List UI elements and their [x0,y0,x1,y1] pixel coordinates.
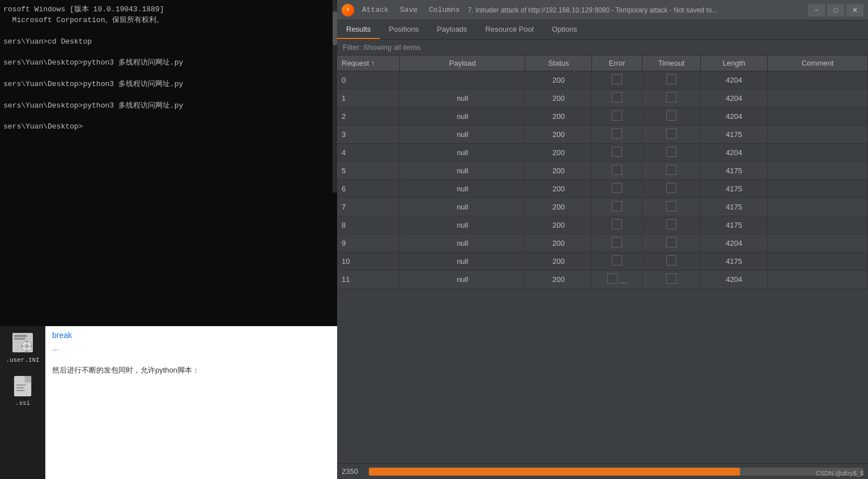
filter-text: Filter: Showing all items [343,43,420,52]
table-row[interactable]: 10null2004175 [337,253,868,271]
table-row[interactable]: 5null2004175 [337,162,868,180]
results-table[interactable]: Request ↑ Payload Status Error Timeout [337,55,868,463]
cell-error[interactable] [592,198,642,216]
terminal-line: Microsoft Corporation。保留所有权利。 [3,15,334,26]
error-checkbox[interactable] [607,273,618,284]
cell-error[interactable] [592,180,642,198]
tab-options[interactable]: Options [543,20,586,39]
attack-menu-button[interactable]: Attack [359,5,392,15]
timeout-checkbox[interactable] [666,92,676,102]
svg-rect-6 [26,349,27,352]
tab-resource-pool[interactable]: Resource Pool [476,20,543,39]
terminal-scrollbar[interactable] [333,0,337,193]
cell-timeout[interactable] [642,216,700,234]
tab-payloads[interactable]: Payloads [428,20,476,39]
cell-error[interactable] [592,126,642,144]
error-checkbox[interactable] [612,165,622,175]
filter-bar[interactable]: Filter: Showing all items [337,40,868,55]
tab-positions[interactable]: Positions [380,20,428,39]
cell-timeout[interactable] [642,253,700,271]
cell-timeout[interactable] [642,144,700,162]
table-body: 020042041null20042042null20042043null200… [337,71,868,289]
cell-error[interactable] [592,108,642,126]
error-checkbox[interactable] [612,129,622,139]
minimize-button[interactable]: − [808,4,825,16]
cell-comment [767,253,867,271]
cell-timeout[interactable] [642,126,700,144]
cell-error[interactable] [592,89,642,108]
table-row[interactable]: 3null2004175 [337,126,868,144]
error-checkbox[interactable] [612,237,622,247]
error-checkbox[interactable] [612,255,622,266]
desktop-icon-ssi[interactable]: .ssi [11,375,34,407]
timeout-checkbox[interactable] [666,129,676,139]
terminal-scrollbar-thumb[interactable] [333,11,337,45]
timeout-checkbox[interactable] [666,165,676,175]
error-checkbox[interactable] [612,147,622,157]
table-row[interactable]: 8null2004175 [337,216,868,234]
terminal-line: sers\Yuan>cd Desktop [3,37,334,48]
table-row[interactable]: 6null2004175 [337,180,868,198]
error-checkbox[interactable] [612,219,622,229]
col-header-length[interactable]: Length [701,55,768,71]
timeout-checkbox[interactable] [666,110,676,121]
col-header-payload[interactable]: Payload [400,55,525,71]
cell-timeout[interactable] [642,108,700,126]
table-row[interactable]: 9null2004204 [337,234,868,253]
cell-payload: null [400,144,525,162]
more-options-dots[interactable]: ... [620,276,627,285]
timeout-checkbox[interactable] [666,201,676,211]
cell-length: 4204 [701,234,768,253]
timeout-checkbox[interactable] [666,237,676,247]
cell-error[interactable] [592,144,642,162]
table-row[interactable]: 1null2004204 [337,89,868,108]
col-header-error[interactable]: Error [592,55,642,71]
cell-error[interactable] [592,216,642,234]
timeout-checkbox[interactable] [666,147,676,157]
col-header-comment[interactable]: Comment [767,55,867,71]
tab-results[interactable]: Results [337,20,380,39]
cell-comment [767,198,867,216]
error-checkbox[interactable] [612,201,622,211]
col-header-status[interactable]: Status [525,55,592,71]
cell-error[interactable]: ... [592,271,642,289]
svg-rect-14 [16,390,25,391]
cell-timeout[interactable] [642,198,700,216]
col-header-timeout[interactable]: Timeout [642,55,700,71]
columns-menu-button[interactable]: Columns [426,5,463,15]
cell-timeout[interactable] [642,234,700,253]
col-header-request[interactable]: Request ↑ [337,55,400,71]
timeout-checkbox[interactable] [666,273,676,284]
table-row[interactable]: 2null2004204 [337,108,868,126]
desktop-icon-user-ini[interactable]: .user.INI [6,332,39,363]
timeout-checkbox[interactable] [666,255,676,266]
maximize-button[interactable]: □ [827,4,844,16]
table-row[interactable]: 11null200...4204 [337,271,868,289]
error-checkbox[interactable] [612,183,622,193]
table-row[interactable]: 7null2004175 [337,198,868,216]
terminal-line [3,26,334,37]
timeout-checkbox[interactable] [666,74,676,84]
cell-timeout[interactable] [642,89,700,108]
error-checkbox[interactable] [612,110,622,121]
icon-sidebar: .user.INI .ssi [0,326,45,479]
error-checkbox[interactable] [612,74,622,84]
cell-error[interactable] [592,234,642,253]
error-checkbox[interactable] [612,92,622,102]
cell-timeout[interactable] [642,71,700,89]
cell-timeout[interactable] [642,271,700,289]
table-row[interactable]: 4null2004204 [337,144,868,162]
table-row[interactable]: 02004204 [337,71,868,89]
terminal-line: rosoft Windows [版本 10.0.19043.1889] [3,5,334,15]
close-button[interactable]: ✕ [846,4,863,16]
cell-timeout[interactable] [642,180,700,198]
timeout-checkbox[interactable] [666,183,676,193]
cell-error[interactable] [592,162,642,180]
timeout-checkbox[interactable] [666,219,676,229]
cell-comment [767,234,867,253]
cell-error[interactable] [592,71,642,89]
cell-timeout[interactable] [642,162,700,180]
save-menu-button[interactable]: Save [397,5,421,15]
cell-error[interactable] [592,253,642,271]
cell-payload: null [400,126,525,144]
